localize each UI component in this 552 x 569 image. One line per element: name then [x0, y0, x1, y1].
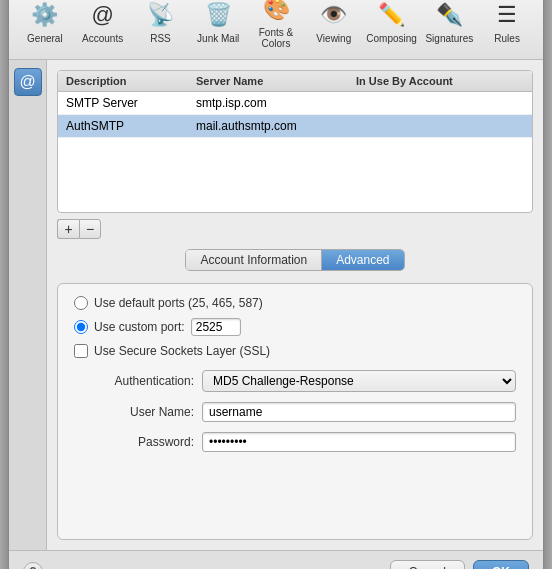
rules-icon: ☰ — [491, 0, 523, 31]
cell-description-0: SMTP Server — [58, 94, 188, 112]
col-header-in-use: In Use By Account — [348, 73, 532, 89]
toolbar-item-general[interactable]: ⚙️ General — [17, 0, 73, 48]
toolbar-label-viewing: Viewing — [316, 33, 351, 44]
authentication-select[interactable]: MD5 Challenge-Response Password Kerberos… — [202, 370, 516, 392]
radio-default-ports-label: Use default ports (25, 465, 587) — [94, 296, 263, 310]
table-row[interactable]: AuthSMTP mail.authsmtp.com — [58, 115, 532, 138]
advanced-settings-panel: Use default ports (25, 465, 587) Use cus… — [57, 283, 533, 540]
table-controls: + − — [57, 219, 533, 239]
tab-advanced[interactable]: Advanced — [322, 250, 403, 270]
toolbar-label-rss: RSS — [150, 33, 171, 44]
toolbar: ⚙️ General @ Accounts 📡 RSS 🗑️ Junk Mail… — [9, 0, 543, 60]
tab-container: Account Information Advanced — [57, 249, 533, 271]
add-server-button[interactable]: + — [57, 219, 79, 239]
cancel-button[interactable]: Cancel — [390, 560, 465, 570]
table-header: Description Server Name In Use By Accoun… — [58, 71, 532, 92]
cell-inuse-1 — [348, 117, 532, 135]
radio-custom-port-label: Use custom port: — [94, 320, 185, 334]
toolbar-item-junk-mail[interactable]: 🗑️ Junk Mail — [190, 0, 246, 48]
main-area: Description Server Name In Use By Accoun… — [47, 60, 543, 550]
radio-row-custom-port: Use custom port: — [74, 318, 516, 336]
signatures-icon: ✒️ — [433, 0, 465, 31]
radio-default-ports[interactable] — [74, 296, 88, 310]
username-label: User Name: — [74, 405, 194, 419]
table-body: SMTP Server smtp.isp.com AuthSMTP mail.a… — [58, 92, 532, 212]
toolbar-label-general: General — [27, 33, 63, 44]
toolbar-label-accounts: Accounts — [82, 33, 123, 44]
password-label: Password: — [74, 435, 194, 449]
general-icon: ⚙️ — [29, 0, 61, 31]
cell-inuse-0 — [348, 94, 532, 112]
toolbar-item-signatures[interactable]: ✒️ Signatures — [421, 0, 477, 48]
accounts-icon: @ — [87, 0, 119, 31]
toolbar-item-accounts[interactable]: @ Accounts — [75, 0, 131, 48]
col-header-description: Description — [58, 73, 188, 89]
toolbar-label-signatures: Signatures — [425, 33, 473, 44]
help-button[interactable]: ? — [23, 562, 43, 570]
server-table: Description Server Name In Use By Accoun… — [57, 70, 533, 213]
sidebar-account-icon[interactable]: @ — [14, 68, 42, 96]
toolbar-item-fonts-colors[interactable]: 🎨 Fonts & Colors — [248, 0, 304, 53]
rss-icon: 📡 — [144, 0, 176, 31]
toolbar-item-rules[interactable]: ☰ Rules — [479, 0, 535, 48]
viewing-icon: 👁️ — [318, 0, 350, 31]
fonts-colors-icon: 🎨 — [260, 0, 292, 25]
toolbar-item-composing[interactable]: ✏️ Composing — [364, 0, 420, 48]
authentication-row: Authentication: MD5 Challenge-Response P… — [74, 370, 516, 392]
toolbar-label-rules: Rules — [494, 33, 520, 44]
composing-icon: ✏️ — [376, 0, 408, 31]
authentication-label: Authentication: — [74, 374, 194, 388]
custom-port-input[interactable] — [191, 318, 241, 336]
content-area: @ Description Server Name In Use By Acco… — [9, 60, 543, 550]
password-row: Password: — [74, 432, 516, 452]
toolbar-label-junk-mail: Junk Mail — [197, 33, 239, 44]
tab-account-information[interactable]: Account Information — [186, 250, 322, 270]
segmented-control: Account Information Advanced — [185, 249, 404, 271]
username-input[interactable] — [202, 402, 516, 422]
cell-server-1: mail.authsmtp.com — [188, 117, 348, 135]
radio-custom-port[interactable] — [74, 320, 88, 334]
username-row: User Name: — [74, 402, 516, 422]
ok-button[interactable]: OK — [473, 560, 529, 570]
ssl-label: Use Secure Sockets Layer (SSL) — [94, 344, 270, 358]
col-header-server-name: Server Name — [188, 73, 348, 89]
ssl-row: Use Secure Sockets Layer (SSL) — [74, 344, 516, 358]
toolbar-item-rss[interactable]: 📡 RSS — [133, 0, 189, 48]
toolbar-item-viewing[interactable]: 👁️ Viewing — [306, 0, 362, 48]
cell-server-0: smtp.isp.com — [188, 94, 348, 112]
sidebar: @ — [9, 60, 47, 550]
remove-server-button[interactable]: − — [79, 219, 101, 239]
password-input[interactable] — [202, 432, 516, 452]
ssl-checkbox[interactable] — [74, 344, 88, 358]
bottom-bar: ? Cancel OK — [9, 550, 543, 569]
table-row[interactable]: SMTP Server smtp.isp.com — [58, 92, 532, 115]
junk-mail-icon: 🗑️ — [202, 0, 234, 31]
bottom-buttons: Cancel OK — [390, 560, 529, 570]
radio-row-default-ports: Use default ports (25, 465, 587) — [74, 296, 516, 310]
cell-description-1: AuthSMTP — [58, 117, 188, 135]
toolbar-label-composing: Composing — [366, 33, 417, 44]
toolbar-label-fonts-colors: Fonts & Colors — [250, 27, 302, 49]
